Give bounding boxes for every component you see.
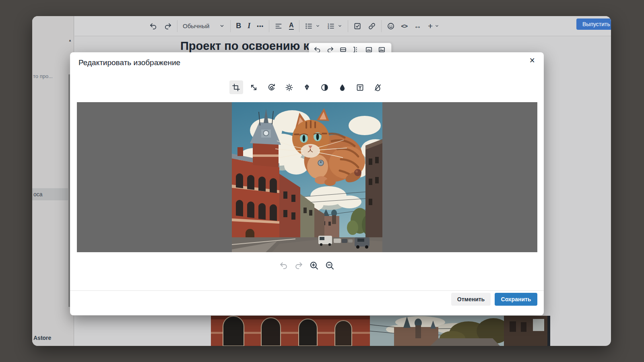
toolbar-separator	[269, 20, 269, 32]
preview-controls	[70, 261, 544, 270]
paragraph-style-dropdown[interactable]: Обычный	[183, 23, 225, 29]
saturation-tool-button[interactable]	[336, 80, 349, 94]
close-icon[interactable]: ×	[530, 56, 535, 65]
sharpen-tool-button[interactable]	[300, 80, 314, 94]
link-button[interactable]	[368, 22, 376, 30]
toolbar-separator	[230, 20, 231, 32]
bullet-list-button[interactable]	[305, 22, 313, 30]
modal-title: Редактировать изображение	[78, 58, 180, 67]
scrollbar-up-arrow-icon[interactable]: ▲	[68, 39, 72, 42]
toolbar-separator	[348, 20, 348, 32]
grayscale-tool-button[interactable]	[353, 80, 367, 94]
desktop-backdrop: то про... оса Astore ▲ Обычный	[0, 0, 644, 362]
sidebar: то про... оса Astore ▲	[32, 16, 74, 346]
chevron-down-icon	[219, 23, 225, 29]
toolbar-separator	[381, 20, 382, 32]
spacing-button[interactable]: ↔	[414, 22, 421, 31]
toolbar-separator	[177, 20, 178, 32]
zoom-in-button[interactable]	[309, 261, 319, 270]
chevron-down-icon[interactable]	[337, 23, 343, 29]
numbered-list-button[interactable]	[327, 22, 335, 30]
checklist-button[interactable]	[353, 22, 361, 30]
edited-image[interactable]	[232, 102, 382, 252]
toolbar-separator	[299, 20, 299, 32]
edit-undo-button[interactable]	[279, 261, 288, 270]
save-button[interactable]: Сохранить	[495, 293, 537, 306]
document-image[interactable]	[211, 316, 550, 346]
sidebar-item-selected[interactable]: оса	[32, 188, 68, 200]
paragraph-style-value: Обычный	[183, 23, 209, 29]
emoji-button[interactable]	[387, 22, 395, 30]
image-preview-area	[77, 102, 537, 252]
undo-button[interactable]	[149, 22, 157, 30]
format-toolbar: Обычный B I ••• A	[74, 16, 611, 36]
chevron-down-icon[interactable]	[315, 23, 320, 29]
insert-block-button[interactable]: +	[428, 21, 433, 31]
cancel-button[interactable]: Отменить	[451, 293, 491, 306]
rotate-tool-button[interactable]	[265, 80, 279, 94]
publish-button[interactable]: Выпустить	[576, 19, 611, 30]
chevron-down-icon[interactable]	[434, 23, 440, 29]
image-tools-toolbar	[70, 80, 544, 94]
edit-image-modal: Редактировать изображение ×	[70, 52, 544, 315]
sidebar-item-label: оса	[33, 191, 43, 197]
crop-tool-button[interactable]	[229, 80, 243, 94]
blur-off-tool-button[interactable]	[371, 80, 385, 94]
align-button[interactable]	[275, 22, 283, 30]
bold-button[interactable]: B	[236, 22, 241, 30]
brightness-tool-button[interactable]	[283, 80, 296, 94]
sidebar-item[interactable]: то про...	[33, 73, 53, 79]
resize-tool-button[interactable]	[247, 80, 261, 94]
code-button[interactable]: <>	[401, 23, 408, 29]
more-formats-button[interactable]: •••	[257, 23, 264, 29]
footer-divider	[70, 290, 544, 291]
italic-button[interactable]: I	[248, 22, 250, 30]
redo-button[interactable]	[164, 22, 172, 30]
contrast-tool-button[interactable]	[318, 80, 332, 94]
edit-redo-button[interactable]	[294, 261, 303, 270]
document-title[interactable]: Проект по освоению кос	[180, 39, 322, 53]
zoom-out-button[interactable]	[325, 261, 334, 270]
sidebar-item-astore[interactable]: Astore	[33, 335, 51, 341]
text-color-button[interactable]: A	[289, 22, 294, 30]
